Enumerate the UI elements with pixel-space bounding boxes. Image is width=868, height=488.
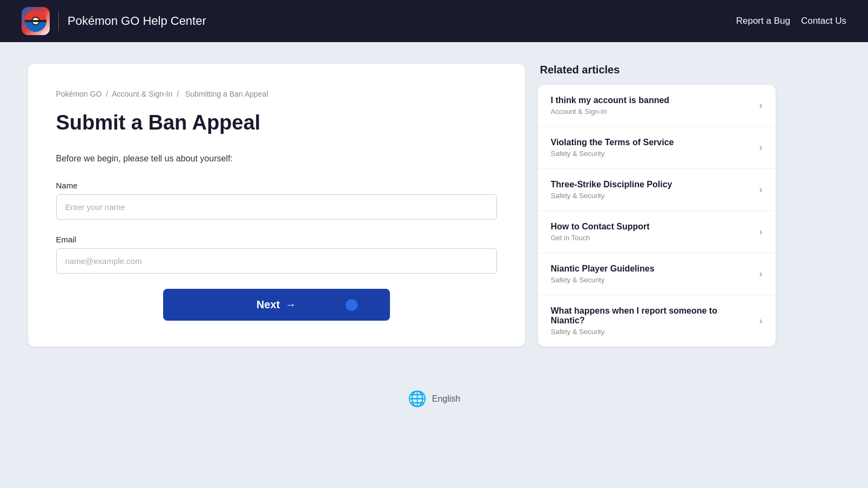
related-item-title-2: Three-Strike Discipline Policy (551, 180, 753, 189)
related-item-text-4: Niantic Player Guidelines Safety & Secur… (551, 264, 753, 284)
footer: 🌐 English (0, 368, 868, 429)
next-button[interactable]: Next → (163, 289, 390, 321)
name-input[interactable] (56, 194, 497, 220)
related-articles-card: I think my account is banned Account & S… (538, 85, 776, 347)
globe-icon: 🌐 (408, 390, 427, 408)
header-title: Pokémon GO Help Center (68, 14, 206, 28)
related-item-4[interactable]: Niantic Player Guidelines Safety & Secur… (538, 253, 776, 295)
related-item-text-3: How to Contact Support Get in Touch (551, 222, 753, 242)
related-item-0[interactable]: I think my account is banned Account & S… (538, 85, 776, 127)
related-item-subtitle-2: Safety & Security (551, 192, 753, 200)
related-item-text-2: Three-Strike Discipline Policy Safety & … (551, 180, 753, 200)
related-item-title-1: Violating the Terms of Service (551, 138, 753, 147)
breadcrumb-account-signin[interactable]: Account & Sign-In (112, 90, 172, 98)
related-item-5[interactable]: What happens when I report someone to Ni… (538, 295, 776, 347)
related-item-text-0: I think my account is banned Account & S… (551, 96, 753, 116)
next-button-dot (346, 299, 358, 311)
contact-us-link[interactable]: Contact Us (801, 16, 846, 26)
related-item-arrow-2: › (759, 184, 763, 195)
related-item-text-1: Violating the Terms of Service Safety & … (551, 138, 753, 158)
related-item-title-0: I think my account is banned (551, 96, 753, 105)
breadcrumb-sep2: / (177, 90, 179, 98)
related-item-subtitle-0: Account & Sign-In (551, 107, 753, 116)
related-item-arrow-3: › (759, 226, 763, 238)
report-bug-link[interactable]: Report a Bug (736, 16, 790, 26)
email-label: Email (56, 235, 497, 244)
next-arrow-icon: → (285, 299, 296, 311)
language-label: English (432, 394, 460, 404)
name-field-group: Name (56, 181, 497, 220)
related-item-1[interactable]: Violating the Terms of Service Safety & … (538, 127, 776, 169)
header-left: Pokémon GO Help Center (22, 7, 206, 35)
header-divider (58, 11, 59, 31)
related-item-arrow-5: › (759, 315, 763, 327)
related-item-title-3: How to Contact Support (551, 222, 753, 232)
header: Pokémon GO Help Center Report a Bug Cont… (0, 0, 868, 42)
name-label: Name (56, 181, 497, 190)
related-item-subtitle-3: Get in Touch (551, 234, 753, 242)
svg-rect-3 (25, 20, 46, 22)
related-articles-title: Related articles (538, 64, 776, 76)
related-item-arrow-1: › (759, 142, 763, 153)
related-item-title-4: Niantic Player Guidelines (551, 264, 753, 274)
form-card: Pokémon GO / Account & Sign-In / Submitt… (28, 64, 525, 347)
breadcrumb-pokemon-go[interactable]: Pokémon GO (56, 90, 102, 98)
breadcrumb-sep1: / (106, 90, 108, 98)
main-content: Pokémon GO / Account & Sign-In / Submitt… (2, 42, 866, 368)
breadcrumb-current: Submitting a Ban Appeal (185, 90, 268, 98)
related-item-text-5: What happens when I report someone to Ni… (551, 306, 753, 336)
next-button-label: Next (257, 299, 280, 311)
related-item-arrow-4: › (759, 268, 763, 280)
form-subtitle: Before we begin, please tell us about yo… (56, 154, 497, 164)
breadcrumb: Pokémon GO / Account & Sign-In / Submitt… (56, 90, 497, 98)
related-item-subtitle-1: Safety & Security (551, 150, 753, 158)
page-title: Submit a Ban Appeal (56, 111, 497, 134)
sidebar: Related articles I think my account is b… (538, 64, 776, 347)
related-item-3[interactable]: How to Contact Support Get in Touch › (538, 211, 776, 253)
related-item-arrow-0: › (759, 100, 763, 111)
related-item-2[interactable]: Three-Strike Discipline Policy Safety & … (538, 169, 776, 211)
email-input[interactable] (56, 248, 497, 274)
header-nav: Report a Bug Contact Us (736, 16, 846, 26)
related-item-subtitle-4: Safety & Security (551, 276, 753, 284)
email-field-group: Email (56, 235, 497, 274)
related-item-title-5: What happens when I report someone to Ni… (551, 306, 753, 326)
pokemon-go-logo (22, 7, 50, 35)
language-selector[interactable]: 🌐 English (22, 390, 846, 408)
related-item-subtitle-5: Safety & Security (551, 328, 753, 336)
